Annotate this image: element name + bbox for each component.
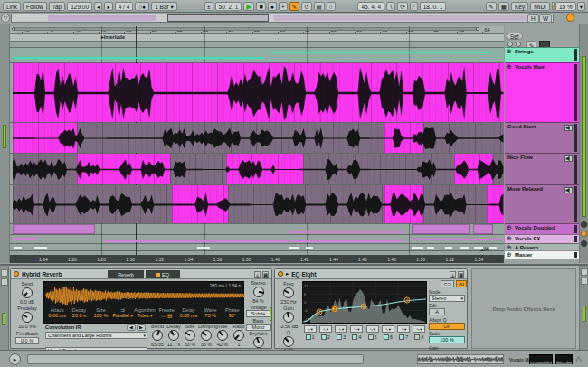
display-param-freeze[interactable]: Freeze▭ ▤ [156, 307, 177, 324]
ir-prev-button[interactable]: ◀ [127, 324, 136, 331]
eq-eight-titlebar[interactable]: ▸ EQ Eight ⤓ ▣ [275, 269, 467, 279]
audio-clip[interactable] [412, 247, 423, 249]
loop-start-handle[interactable] [12, 27, 15, 31]
beat-time-ruler[interactable]: 46474849505152535455565758596061626364 [10, 26, 504, 34]
nudge-up-button[interactable]: ▸ [104, 2, 112, 11]
device-view-tab[interactable] [1, 278, 8, 286]
track-header-master[interactable]: ⊕Master [505, 250, 579, 259]
tap-tempo-button[interactable]: Tap [49, 2, 65, 11]
audio-clip[interactable] [303, 154, 454, 184]
audio-clip[interactable] [493, 154, 504, 184]
rail-button-1[interactable] [581, 221, 587, 228]
audition-button[interactable]: Au [456, 280, 467, 287]
computer-midi-keyboard-button[interactable]: ▦ [498, 2, 509, 11]
bass-select[interactable]: Mono [246, 324, 271, 331]
scrollbar-thumb[interactable] [582, 56, 586, 217]
vintage-select[interactable]: Subtle [246, 310, 271, 317]
adaptq-control[interactable]: On [429, 323, 465, 330]
capture-midi-button[interactable]: ▤ [314, 2, 325, 11]
track-lane-more-relaxed[interactable] [10, 184, 504, 223]
zoom-width-button[interactable]: W [539, 14, 552, 23]
audio-clip[interactable] [445, 247, 452, 249]
send[interactable]: Send0.0 dB [12, 281, 43, 305]
record-button[interactable]: ● [268, 2, 277, 11]
track-header-more-relaxed[interactable]: More Relaxed [505, 184, 579, 223]
eq-freq-knob-stack-knob[interactable] [283, 287, 294, 298]
track-speaker-button[interactable] [564, 187, 573, 193]
hot-swap-icon[interactable]: ⤓ [450, 271, 456, 278]
tempo-display[interactable]: 129.00 [67, 2, 92, 11]
band-filter-type-select[interactable]: ∿▾ [304, 325, 317, 333]
send-knob[interactable] [22, 287, 33, 298]
hot-swap-icon[interactable]: ⤓ [254, 271, 261, 278]
nudge-down-button[interactable]: ◂ [94, 2, 102, 11]
band-filter-type-select[interactable]: ∿▾ [382, 325, 394, 333]
audio-clip[interactable] [427, 247, 434, 249]
locator-marker[interactable]: ▸Interlude [101, 34, 125, 42]
device-rail-button-1[interactable] [581, 268, 588, 276]
audio-clip[interactable] [474, 247, 483, 249]
save-preset-icon[interactable]: ▣ [458, 271, 464, 278]
audio-clip[interactable] [13, 63, 504, 122]
audio-clip[interactable] [460, 247, 469, 249]
device-drop-zone[interactable]: Drop Audio Effects Here [471, 268, 576, 349]
nudge-button[interactable]: ± [204, 2, 213, 11]
stereo-knob-stack-knob[interactable] [253, 287, 264, 297]
audio-clip[interactable] [172, 185, 228, 223]
audio-clip[interactable] [423, 185, 487, 223]
display-param-size[interactable]: Size100 % [90, 307, 111, 324]
display-param-wave[interactable]: Wave73 % [200, 307, 222, 324]
ir-category-select[interactable]: Chambers and Large Rooms [45, 332, 147, 339]
zoom-height-button[interactable]: H [527, 14, 539, 23]
track-fold-icon[interactable]: ⊕ [507, 224, 512, 231]
audio-clip[interactable] [13, 154, 77, 184]
track-fold-icon[interactable]: ⊕ [507, 244, 512, 250]
display-param--[interactable]: ⇉Parallel ▾ [112, 307, 134, 324]
audio-clip[interactable] [104, 240, 289, 242]
audio-clip[interactable] [384, 123, 423, 153]
audio-clip[interactable] [412, 224, 470, 234]
vertical-scrollbar[interactable] [579, 24, 588, 263]
audio-clip[interactable] [34, 247, 47, 249]
display-param-phase[interactable]: Phase90° [222, 307, 243, 324]
size-knob-stack[interactable]: Size33 % [182, 324, 198, 349]
track-lane-vocals-doubled[interactable] [10, 223, 504, 234]
eq-gain-knob-stack[interactable]: Gain-2.50 dB [276, 306, 301, 329]
session-record-button[interactable]: ○ [327, 2, 336, 11]
track-speaker-button[interactable] [564, 125, 573, 131]
predelay[interactable]: Predelay10.0 ms [12, 306, 43, 329]
device-rail-button-2[interactable] [581, 278, 588, 285]
tab-eq[interactable]: EQ [146, 270, 180, 278]
display-param-attack[interactable]: Attack0.00 ms [46, 307, 68, 324]
cpu-menu-arrow[interactable]: ▾ [577, 2, 585, 11]
save-preset-icon[interactable]: ▣ [262, 271, 269, 278]
audio-clip[interactable] [13, 185, 172, 223]
punch-out-button[interactable]: ∕ [410, 2, 418, 11]
time-signature-display[interactable]: 4 / 4 [115, 2, 134, 11]
clip-overview-strip[interactable] [417, 354, 504, 364]
tab-reverb[interactable]: Reverb [108, 270, 144, 278]
overview-viewport[interactable] [167, 14, 269, 22]
audio-clip[interactable] [14, 247, 22, 249]
audio-clip[interactable] [13, 123, 77, 153]
loop-region[interactable] [12, 27, 479, 31]
band-enable-toggle[interactable] [399, 334, 404, 340]
audio-clip[interactable] [489, 247, 497, 249]
track-lane-vocals-main[interactable] [10, 62, 504, 122]
eq-q-knob-stack-knob[interactable] [283, 336, 294, 347]
band-enable-toggle[interactable] [337, 334, 342, 340]
feedback-value[interactable]: 0.0 % [15, 337, 39, 344]
decay-knob-stack[interactable]: Decay11.7 s [166, 324, 182, 349]
track-lane-strings[interactable] [10, 47, 504, 62]
rail-button-2[interactable] [581, 231, 587, 237]
audio-clip[interactable] [384, 185, 423, 223]
overview-fold-button[interactable]: ▽ [1, 14, 10, 23]
preview-button[interactable]: ▸ [9, 353, 21, 365]
track-fold-icon[interactable]: ⊕ [507, 235, 512, 242]
track-header-vocals-fx[interactable]: ⊕Vocals FX [505, 234, 579, 243]
track-speaker-button[interactable] [564, 155, 573, 162]
audio-clip[interactable] [228, 185, 384, 223]
loop-start-display[interactable]: 45. 4. 4 [357, 2, 384, 11]
loop-button[interactable]: ⟳ [397, 2, 407, 11]
device-on-icon[interactable] [14, 271, 19, 277]
